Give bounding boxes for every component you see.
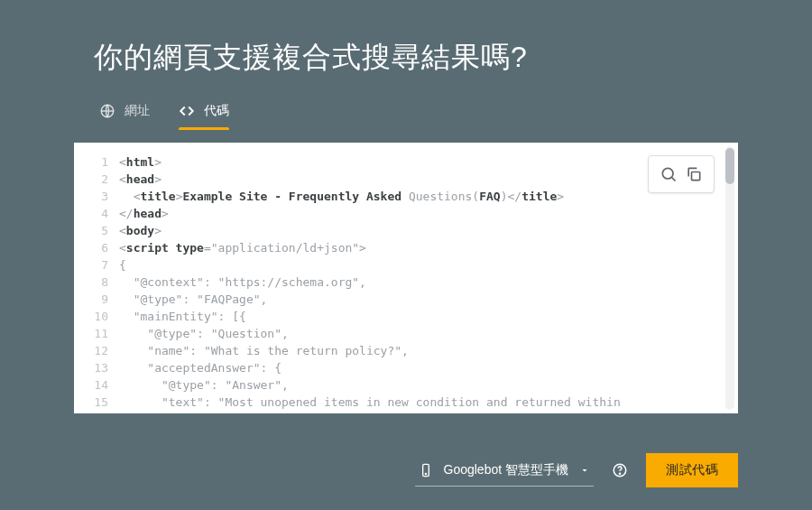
chevron-down-icon (579, 465, 590, 476)
code-toolbar (648, 155, 715, 193)
code-icon (179, 103, 195, 119)
line-number: 8 (74, 274, 108, 291)
line-number: 5 (74, 222, 108, 239)
line-number: 4 (74, 205, 108, 222)
scrollbar[interactable] (725, 146, 734, 410)
scrollbar-thumb[interactable] (725, 148, 734, 184)
svg-point-1 (662, 168, 673, 179)
code-line: "@type": "Question", (119, 325, 738, 342)
globe-icon (99, 103, 115, 119)
code-line: <script type="application/ld+json"> (119, 239, 738, 256)
line-number: 12 (74, 342, 108, 359)
phone-icon (419, 463, 433, 478)
line-number: 2 (74, 171, 108, 188)
svg-point-4 (425, 473, 426, 474)
copy-button[interactable] (681, 162, 706, 187)
tab-code-label: 代碼 (204, 103, 229, 119)
footer: Googlebot 智慧型手機 測試代碼 (415, 453, 739, 487)
code-line: <body> (119, 222, 738, 239)
line-number: 14 (74, 376, 108, 394)
tab-url[interactable]: 網址 (99, 103, 150, 130)
line-number: 10 (74, 308, 108, 325)
svg-rect-2 (692, 172, 700, 181)
search-button[interactable] (656, 162, 681, 187)
code-line: <head> (119, 171, 738, 188)
tab-url-label: 網址 (125, 103, 150, 119)
line-number: 13 (74, 359, 108, 376)
code-line: "acceptedAnswer": { (119, 359, 738, 376)
code-editor-panel: 123456789101112131415 <html><head> <titl… (74, 143, 738, 413)
code-line: "@type": "FAQPage", (119, 291, 738, 308)
code-line: <title>Example Site - Frequently Asked Q… (119, 188, 738, 205)
line-number: 7 (74, 256, 108, 274)
code-line: "@context": "https://schema.org", (119, 274, 738, 291)
tabs: 網址 代碼 (0, 103, 812, 130)
line-number: 1 (74, 153, 108, 171)
code-line: "text": "Most unopened items in new cond… (119, 394, 738, 411)
line-number: 9 (74, 291, 108, 308)
code-body[interactable]: <html><head> <title>Example Site - Frequ… (115, 143, 738, 413)
code-line: "name": "What is the return policy?", (119, 342, 738, 359)
code-line: "mainEntity": [{ (119, 308, 738, 325)
device-selector-label: Googlebot 智慧型手機 (444, 462, 569, 478)
line-number: 11 (74, 325, 108, 342)
line-number: 15 (74, 394, 108, 411)
page-title: 你的網頁支援複合式搜尋結果嗎? (0, 0, 812, 103)
code-line: "@type": "Answer", (119, 376, 738, 394)
svg-point-6 (619, 473, 620, 474)
code-line: </head> (119, 205, 738, 222)
line-number: 3 (74, 188, 108, 205)
line-number: 6 (74, 239, 108, 256)
code-line: <html> (119, 153, 738, 171)
device-selector[interactable]: Googlebot 智慧型手機 (415, 455, 595, 487)
code-line: { (119, 256, 738, 274)
test-code-button[interactable]: 測試代碼 (646, 453, 738, 487)
code-gutter: 123456789101112131415 (74, 143, 115, 413)
help-icon[interactable] (612, 462, 628, 478)
tab-code[interactable]: 代碼 (179, 103, 229, 130)
